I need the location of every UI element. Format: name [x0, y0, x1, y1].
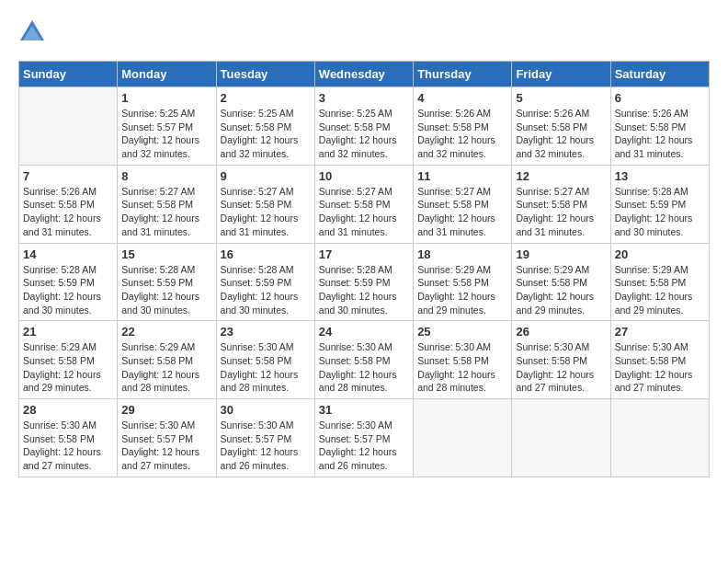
calendar-cell: 18 Sunrise: 5:29 AM Sunset: 5:58 PM Dayl… [414, 243, 512, 321]
sunrise-text: Sunrise: 5:28 AM [319, 264, 392, 275]
calendar-cell: 16 Sunrise: 5:28 AM Sunset: 5:59 PM Dayl… [216, 243, 314, 321]
daylight-text: Daylight: 12 hours and 28 minutes. [417, 369, 495, 394]
weekday-header-monday: Monday [118, 62, 216, 87]
calendar-cell: 24 Sunrise: 5:30 AM Sunset: 5:58 PM Dayl… [314, 321, 413, 399]
calendar-cell: 28 Sunrise: 5:30 AM Sunset: 5:58 PM Dayl… [19, 399, 118, 477]
sunset-text: Sunset: 5:58 PM [319, 199, 391, 210]
sunset-text: Sunset: 5:57 PM [319, 433, 391, 444]
day-info: Sunrise: 5:28 AM Sunset: 5:59 PM Dayligh… [615, 185, 705, 239]
daylight-text: Daylight: 12 hours and 26 minutes. [221, 446, 299, 471]
sunrise-text: Sunrise: 5:25 AM [121, 108, 195, 119]
sunset-text: Sunset: 5:58 PM [23, 433, 95, 444]
daylight-text: Daylight: 12 hours and 30 minutes. [121, 291, 199, 316]
sunrise-text: Sunrise: 5:30 AM [221, 341, 294, 352]
day-number: 22 [121, 325, 211, 339]
daylight-text: Daylight: 12 hours and 31 minutes. [221, 213, 299, 237]
sunset-text: Sunset: 5:58 PM [516, 355, 587, 366]
weekday-header-wednesday: Wednesday [314, 62, 413, 87]
calendar-cell: 19 Sunrise: 5:29 AM Sunset: 5:58 PM Dayl… [512, 243, 610, 321]
calendar-week-row: 21 Sunrise: 5:29 AM Sunset: 5:58 PM Dayl… [19, 321, 710, 399]
sunset-text: Sunset: 5:58 PM [417, 121, 489, 132]
day-number: 29 [121, 403, 211, 417]
sunrise-text: Sunrise: 5:28 AM [615, 186, 688, 197]
day-info: Sunrise: 5:30 AM Sunset: 5:57 PM Dayligh… [221, 419, 311, 473]
calendar-cell: 27 Sunrise: 5:30 AM Sunset: 5:58 PM Dayl… [610, 321, 709, 399]
daylight-text: Daylight: 12 hours and 31 minutes. [23, 213, 101, 237]
daylight-text: Daylight: 12 hours and 28 minutes. [221, 369, 299, 394]
day-number: 31 [319, 403, 409, 417]
sunrise-text: Sunrise: 5:25 AM [221, 108, 294, 119]
day-number: 28 [23, 403, 113, 417]
day-number: 20 [615, 247, 705, 261]
day-info: Sunrise: 5:30 AM Sunset: 5:58 PM Dayligh… [417, 340, 507, 395]
day-number: 4 [417, 91, 507, 105]
sunset-text: Sunset: 5:59 PM [319, 277, 391, 288]
daylight-text: Daylight: 12 hours and 31 minutes. [121, 213, 199, 237]
sunrise-text: Sunrise: 5:30 AM [319, 419, 392, 431]
logo [18, 18, 50, 46]
sunrise-text: Sunrise: 5:26 AM [516, 108, 589, 119]
sunrise-text: Sunrise: 5:30 AM [221, 419, 294, 431]
calendar-table: SundayMondayTuesdayWednesdayThursdayFrid… [18, 61, 710, 477]
daylight-text: Daylight: 12 hours and 32 minutes. [319, 134, 397, 159]
sunrise-text: Sunrise: 5:30 AM [417, 341, 491, 352]
page-header [18, 18, 710, 46]
day-info: Sunrise: 5:29 AM Sunset: 5:58 PM Dayligh… [516, 263, 606, 317]
calendar-cell: 13 Sunrise: 5:28 AM Sunset: 5:59 PM Dayl… [610, 165, 709, 243]
day-info: Sunrise: 5:25 AM Sunset: 5:58 PM Dayligh… [319, 107, 409, 161]
sunset-text: Sunset: 5:58 PM [615, 355, 687, 366]
calendar-cell: 22 Sunrise: 5:29 AM Sunset: 5:58 PM Dayl… [118, 321, 216, 399]
calendar-cell: 29 Sunrise: 5:30 AM Sunset: 5:57 PM Dayl… [118, 399, 216, 477]
sunrise-text: Sunrise: 5:30 AM [615, 341, 688, 352]
daylight-text: Daylight: 12 hours and 30 minutes. [221, 291, 299, 316]
daylight-text: Daylight: 12 hours and 32 minutes. [221, 134, 299, 159]
sunset-text: Sunset: 5:58 PM [516, 199, 587, 210]
sunset-text: Sunset: 5:58 PM [221, 121, 292, 132]
daylight-text: Daylight: 12 hours and 29 minutes. [615, 291, 693, 316]
calendar-cell: 30 Sunrise: 5:30 AM Sunset: 5:57 PM Dayl… [216, 399, 314, 477]
daylight-text: Daylight: 12 hours and 31 minutes. [417, 213, 495, 237]
day-number: 15 [121, 247, 211, 261]
calendar-cell: 5 Sunrise: 5:26 AM Sunset: 5:58 PM Dayli… [512, 87, 610, 166]
sunrise-text: Sunrise: 5:29 AM [121, 341, 195, 352]
calendar-week-row: 7 Sunrise: 5:26 AM Sunset: 5:58 PM Dayli… [19, 165, 710, 243]
day-info: Sunrise: 5:30 AM Sunset: 5:58 PM Dayligh… [221, 340, 311, 395]
calendar-week-row: 28 Sunrise: 5:30 AM Sunset: 5:58 PM Dayl… [19, 399, 710, 477]
weekday-header-row: SundayMondayTuesdayWednesdayThursdayFrid… [19, 62, 710, 87]
calendar-cell: 9 Sunrise: 5:27 AM Sunset: 5:58 PM Dayli… [216, 165, 314, 243]
sunset-text: Sunset: 5:58 PM [23, 355, 95, 366]
calendar-cell: 17 Sunrise: 5:28 AM Sunset: 5:59 PM Dayl… [314, 243, 413, 321]
day-number: 16 [221, 247, 311, 261]
day-number: 17 [319, 247, 409, 261]
day-number: 2 [221, 91, 311, 105]
calendar-cell: 3 Sunrise: 5:25 AM Sunset: 5:58 PM Dayli… [314, 87, 413, 166]
sunrise-text: Sunrise: 5:27 AM [121, 186, 195, 197]
sunrise-text: Sunrise: 5:26 AM [417, 108, 491, 119]
weekday-header-saturday: Saturday [610, 62, 709, 87]
logo-icon [18, 18, 46, 46]
sunrise-text: Sunrise: 5:26 AM [615, 108, 688, 119]
sunrise-text: Sunrise: 5:25 AM [319, 108, 392, 119]
day-number: 19 [516, 247, 606, 261]
calendar-cell: 11 Sunrise: 5:27 AM Sunset: 5:58 PM Dayl… [414, 165, 512, 243]
day-info: Sunrise: 5:28 AM Sunset: 5:59 PM Dayligh… [221, 263, 311, 317]
day-number: 13 [615, 169, 705, 183]
calendar-cell: 12 Sunrise: 5:27 AM Sunset: 5:58 PM Dayl… [512, 165, 610, 243]
calendar-cell: 7 Sunrise: 5:26 AM Sunset: 5:58 PM Dayli… [19, 165, 118, 243]
day-number: 27 [615, 325, 705, 339]
sunset-text: Sunset: 5:58 PM [121, 355, 193, 366]
weekday-header-tuesday: Tuesday [216, 62, 314, 87]
sunrise-text: Sunrise: 5:30 AM [121, 419, 195, 431]
sunset-text: Sunset: 5:58 PM [516, 277, 587, 288]
sunset-text: Sunset: 5:58 PM [615, 121, 687, 132]
daylight-text: Daylight: 12 hours and 27 minutes. [615, 369, 693, 394]
day-number: 7 [23, 169, 113, 183]
sunrise-text: Sunrise: 5:29 AM [417, 264, 491, 275]
sunset-text: Sunset: 5:57 PM [121, 121, 193, 132]
sunrise-text: Sunrise: 5:29 AM [516, 264, 589, 275]
weekday-header-thursday: Thursday [414, 62, 512, 87]
calendar-week-row: 1 Sunrise: 5:25 AM Sunset: 5:57 PM Dayli… [19, 87, 710, 166]
sunset-text: Sunset: 5:59 PM [23, 277, 95, 288]
day-number: 12 [516, 169, 606, 183]
daylight-text: Daylight: 12 hours and 32 minutes. [417, 134, 495, 159]
